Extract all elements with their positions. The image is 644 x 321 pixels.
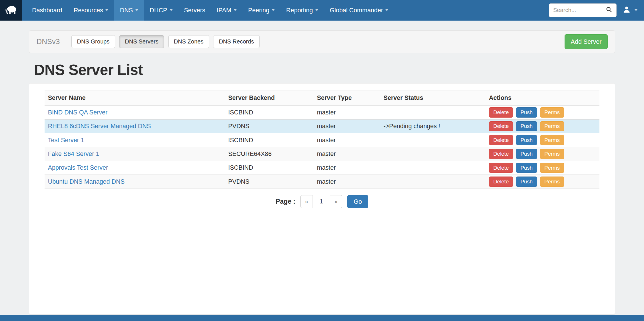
chevron-down-icon: [234, 9, 237, 11]
server-backend-cell: ISCBIND: [225, 133, 314, 147]
push-button[interactable]: Push: [516, 135, 537, 145]
perms-button[interactable]: Perms: [540, 149, 564, 159]
go-button[interactable]: Go: [347, 195, 368, 208]
actions-cell: Delete Push Perms: [486, 175, 599, 189]
server-type-cell: master: [314, 175, 380, 189]
push-button[interactable]: Push: [516, 149, 537, 159]
search-button[interactable]: [602, 3, 617, 17]
push-button[interactable]: Push: [516, 163, 537, 173]
server-name-cell: RHEL8 6cDNS Server Managed DNS: [45, 119, 225, 133]
delete-button[interactable]: Delete: [489, 135, 513, 145]
chevron-down-icon: [635, 9, 637, 11]
delete-button[interactable]: Delete: [489, 163, 513, 173]
nav-item-servers[interactable]: Servers: [178, 0, 211, 21]
mammoth-logo-icon: [4, 2, 19, 19]
server-status-cell: [380, 147, 486, 161]
perms-button[interactable]: Perms: [540, 107, 564, 118]
chevron-down-icon: [135, 9, 138, 11]
nav-item-dns[interactable]: DNS: [114, 0, 144, 21]
nav-item-dashboard[interactable]: Dashboard: [26, 0, 68, 21]
actions-cell: Delete Push Perms: [486, 147, 599, 161]
push-button[interactable]: Push: [516, 177, 537, 187]
server-name-link[interactable]: Ubuntu DNS Managed DNS: [48, 178, 125, 185]
push-button[interactable]: Push: [516, 121, 537, 132]
actions-cell: Delete Push Perms: [486, 119, 599, 133]
next-page-button[interactable]: »: [329, 195, 342, 208]
server-name-link[interactable]: BIND DNS QA Server: [48, 109, 107, 116]
nav-item-peering[interactable]: Peering: [242, 0, 280, 21]
page-title: DNS Server List: [29, 61, 615, 78]
nav-item-label: DHCP: [150, 7, 167, 14]
table-row: Fake S64 Server 1 SECURE64X86 master Del…: [45, 147, 599, 161]
page-label: Page :: [276, 198, 295, 205]
nav-item-label: Servers: [184, 7, 205, 14]
column-header-server-type: Server Type: [314, 90, 380, 106]
perms-button[interactable]: Perms: [540, 121, 564, 132]
delete-button[interactable]: Delete: [489, 177, 513, 187]
perms-button[interactable]: Perms: [540, 163, 564, 173]
server-name-cell: Fake S64 Server 1: [45, 147, 225, 161]
add-server-button[interactable]: Add Server: [565, 34, 607, 49]
tab-dns-zones[interactable]: DNS Zones: [168, 35, 209, 48]
nav-item-label: DNS: [120, 7, 133, 14]
server-name-link[interactable]: RHEL8 6cDNS Server Managed DNS: [48, 122, 151, 130]
server-backend-cell: ISCBIND: [225, 106, 314, 119]
column-header-actions: Actions: [486, 90, 599, 106]
chevron-down-icon: [105, 9, 108, 11]
perms-button[interactable]: Perms: [540, 177, 564, 187]
table-row: RHEL8 6cDNS Server Managed DNS PVDNS mas…: [45, 119, 599, 133]
tab-dns-records[interactable]: DNS Records: [213, 35, 259, 48]
nav-item-reporting[interactable]: Reporting: [280, 0, 324, 21]
main-menu: Dashboard Resources DNS DHCP Servers IPA…: [26, 0, 394, 21]
chevron-down-icon: [272, 9, 275, 11]
actions-cell: Delete Push Perms: [486, 106, 599, 119]
column-header-server-backend: Server Backend: [225, 90, 314, 106]
top-navbar: Dashboard Resources DNS DHCP Servers IPA…: [0, 0, 644, 21]
server-table: Server Name Server Backend Server Type S…: [45, 90, 599, 189]
nav-item-label: IPAM: [217, 7, 231, 14]
table-row: Approvals Test Server ISCBIND master Del…: [45, 161, 599, 175]
nav-item-dhcp[interactable]: DHCP: [144, 0, 178, 21]
nav-item-label: Global Commander: [330, 7, 383, 14]
server-status-cell: ->Pending changes !: [380, 119, 486, 133]
server-name-cell: Ubuntu DNS Managed DNS: [45, 175, 225, 189]
nav-item-label: Peering: [248, 7, 269, 14]
server-type-cell: master: [314, 119, 380, 133]
nav-item-label: Resources: [74, 7, 103, 14]
server-backend-cell: ISCBIND: [225, 161, 314, 175]
server-name-link[interactable]: Test Server 1: [48, 136, 84, 144]
delete-button[interactable]: Delete: [489, 149, 513, 159]
server-name-link[interactable]: Approvals Test Server: [48, 164, 108, 171]
app-logo[interactable]: [0, 0, 22, 21]
delete-button[interactable]: Delete: [489, 121, 513, 132]
table-header-row: Server Name Server Backend Server Type S…: [45, 90, 599, 106]
magnifier-icon: [606, 7, 612, 14]
table-row: Ubuntu DNS Managed DNS PVDNS master Dele…: [45, 175, 599, 189]
server-type-cell: master: [314, 106, 380, 119]
nav-item-label: Reporting: [286, 7, 313, 14]
server-status-cell: [380, 161, 486, 175]
server-name-link[interactable]: Fake S64 Server 1: [48, 150, 99, 157]
page-number-input[interactable]: [313, 195, 330, 208]
pagination: Page : « » Go: [45, 195, 599, 208]
nav-item-global-commander[interactable]: Global Commander: [324, 0, 394, 21]
server-backend-cell: PVDNS: [225, 175, 314, 189]
tab-dns-servers[interactable]: DNS Servers: [119, 35, 164, 48]
previous-page-button[interactable]: «: [300, 195, 313, 208]
server-list-card: Server Name Server Backend Server Type S…: [29, 83, 615, 314]
actions-cell: Delete Push Perms: [486, 161, 599, 175]
delete-button[interactable]: Delete: [489, 107, 513, 118]
push-button[interactable]: Push: [516, 107, 537, 118]
user-menu[interactable]: [623, 6, 637, 14]
server-type-cell: master: [314, 161, 380, 175]
search-input[interactable]: [549, 3, 602, 17]
tab-dns-groups[interactable]: DNS Groups: [71, 35, 115, 48]
chevron-down-icon: [170, 9, 173, 11]
nav-item-resources[interactable]: Resources: [68, 0, 114, 21]
actions-cell: Delete Push Perms: [486, 133, 599, 147]
server-backend-cell: SECURE64X86: [225, 147, 314, 161]
chevron-down-icon: [385, 9, 388, 11]
perms-button[interactable]: Perms: [540, 135, 564, 145]
nav-item-ipam[interactable]: IPAM: [211, 0, 242, 21]
footer-bar: [0, 315, 644, 321]
